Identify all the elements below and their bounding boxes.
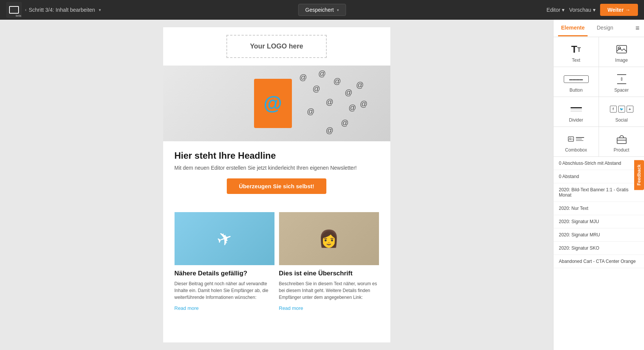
scatter-icon-9: @ (307, 107, 315, 116)
canvas-area[interactable]: Your LOGO here @ @ @ @ @ @ @ @ @ @ @ @ (0, 20, 553, 350)
two-column-section: ✈ Nähere Details gefällig? Dieser Beitra… (163, 212, 390, 320)
topbar-left: ‹ Schritt 3/4: Inhalt bearbeiten ▾ (6, 2, 101, 18)
sidebar-list: 0 Abschluss-Strich mit Abstand 0 Abstand… (554, 157, 644, 350)
col2-text: Beschreiben Sie in diesem Text näher, wo… (279, 280, 379, 301)
image-element-icon (616, 43, 627, 55)
paper-plane-icon: ✈ (214, 226, 235, 251)
email-canvas: Your LOGO here @ @ @ @ @ @ @ @ @ @ @ @ (163, 27, 390, 342)
email-headline: Hier steht Ihre Headline (175, 150, 379, 161)
editor-label: Editor (547, 7, 561, 13)
product-element-icon (616, 133, 627, 145)
list-item[interactable]: 2020: Signatur MJU (554, 215, 644, 228)
tab-design[interactable]: Design (594, 20, 616, 36)
spacer-element-label: Spacer (614, 88, 628, 93)
right-panel: Elemente Design ≡ TT Text (553, 20, 644, 350)
element-combobox[interactable]: Combobox (554, 127, 599, 156)
col2-headline: Dies ist eine Überschrift (279, 270, 379, 277)
combobox-element-label: Combobox (565, 147, 587, 153)
topbar: ‹ Schritt 3/4: Inhalt bearbeiten ▾ Gespe… (0, 0, 644, 20)
scatter-icon-2: @ (318, 69, 326, 78)
divider-element-icon (571, 103, 582, 115)
topbar-right: Editor ▾ Vorschau ▾ Weiter → (547, 4, 638, 16)
divider-element-label: Divider (569, 117, 583, 123)
scatter-icon-5: @ (349, 103, 356, 112)
list-item[interactable]: Abandoned Cart - CTA Center Orange (554, 255, 644, 268)
col1-text: Dieser Beitrag geht noch näher auf verwa… (175, 280, 274, 301)
scatter-icon-3: @ (334, 77, 341, 86)
col1-image-bg: ✈ (175, 212, 274, 265)
content-section: Hier steht Ihre Headline Mit dem neuen E… (163, 141, 390, 212)
editor-button[interactable]: Editor ▾ (547, 7, 565, 13)
svg-rect-4 (617, 138, 626, 144)
scatter-icon-1: @ (299, 73, 307, 82)
column-1: ✈ Nähere Details gefällig? Dieser Beitra… (175, 212, 274, 311)
panel-tabs: Elemente Design ≡ (554, 20, 644, 37)
social-element-icon: f 🐦 + (610, 103, 633, 115)
element-divider[interactable]: Divider (554, 97, 599, 127)
spacer-element-icon: ⇕ (617, 73, 626, 85)
hero-content: @ @ @ @ @ @ @ @ @ @ @ @ @ (163, 66, 390, 141)
text-element-label: Text (572, 58, 580, 63)
list-item[interactable]: 2020: Bild-Text Banner 1:1 - Gratis Mona… (554, 183, 644, 202)
woman-icon: 👩 (318, 229, 339, 248)
saved-label: Gespeichert (305, 7, 334, 13)
scatter-icon-4: @ (345, 88, 352, 97)
combobox-element-icon (568, 133, 584, 145)
list-item[interactable]: 2020: Signatur SKO (554, 242, 644, 255)
element-social[interactable]: f 🐦 + Social (599, 97, 644, 127)
cta-button[interactable]: Überzeugen Sie sich selbst! (227, 178, 326, 194)
logo-section: Your LOGO here (163, 27, 390, 66)
element-spacer[interactable]: ⇕ Spacer (599, 67, 644, 97)
back-arrow[interactable]: ‹ (25, 7, 27, 12)
col1-headline: Nähere Details gefällig? (175, 270, 274, 277)
app-logo (6, 2, 22, 18)
step-navigation[interactable]: ‹ Schritt 3/4: Inhalt bearbeiten ▾ (25, 7, 101, 13)
product-element-label: Product (614, 147, 629, 153)
image-element-label: Image (615, 58, 628, 63)
vorschau-chevron: ▾ (593, 7, 596, 13)
step-label: Schritt 3/4: Inhalt bearbeiten (29, 7, 95, 13)
editor-chevron: ▾ (562, 7, 564, 13)
social-element-label: Social (615, 117, 628, 123)
list-item[interactable]: 2020: Nur Text (554, 202, 644, 215)
element-product[interactable]: Product (599, 127, 644, 156)
topbar-center: Gespeichert ▾ (298, 4, 346, 16)
saved-dropdown-icon: ▾ (337, 8, 339, 12)
col1-read-more[interactable]: Read more (175, 305, 199, 311)
svg-rect-0 (617, 45, 627, 53)
column-2: 👩 Dies ist eine Überschrift Beschreiben … (279, 212, 379, 311)
saved-button[interactable]: Gespeichert ▾ (298, 4, 346, 16)
scatter-icon-12: @ (360, 100, 368, 108)
scatter-icon-7: @ (326, 126, 334, 135)
col2-image-bg: 👩 (279, 212, 379, 265)
scatter-icon-6: @ (341, 119, 349, 127)
col2-image: 👩 (279, 212, 379, 265)
scatter-icon-8: @ (313, 84, 320, 93)
step-chevron[interactable]: ▾ (99, 8, 101, 12)
scatter-icon-11: @ (356, 81, 364, 89)
main-layout: Your LOGO here @ @ @ @ @ @ @ @ @ @ @ @ (0, 20, 644, 350)
list-item[interactable]: 0 Abschluss-Strich mit Abstand (554, 157, 644, 170)
panel-menu-icon[interactable]: ≡ (635, 24, 639, 32)
email-subtext: Mit dem neuen Editor erstellen Sie jetzt… (175, 165, 379, 171)
element-image[interactable]: Image (599, 37, 644, 67)
col2-read-more[interactable]: Read more (279, 305, 303, 311)
at-symbol-icon: @ (264, 92, 282, 114)
col1-image: ✈ (175, 212, 274, 265)
element-button[interactable]: ▬▬▬▬ Button (554, 67, 599, 97)
element-text[interactable]: TT Text (554, 37, 599, 67)
hero-image: @ @ @ @ @ @ @ @ @ @ @ @ @ (163, 66, 390, 141)
logo-placeholder: Your LOGO here (226, 35, 327, 58)
cta-wrapper: Überzeugen Sie sich selbst! (175, 178, 379, 194)
text-element-icon: TT (571, 43, 581, 55)
tab-elemente[interactable]: Elemente (558, 20, 588, 36)
scatter-icon-10: @ (326, 98, 334, 106)
feedback-tab[interactable]: Feedback (634, 160, 644, 190)
elements-grid: TT Text Image ▬▬▬▬ (554, 37, 644, 157)
list-item[interactable]: 0 Abstand (554, 170, 644, 183)
weiter-button[interactable]: Weiter → (600, 4, 638, 16)
list-item[interactable]: 2020: Signatur MRU (554, 228, 644, 242)
button-element-label: Button (569, 88, 583, 93)
button-element-icon: ▬▬▬▬ (564, 73, 589, 85)
vorschau-button[interactable]: Vorschau ▾ (569, 7, 595, 13)
